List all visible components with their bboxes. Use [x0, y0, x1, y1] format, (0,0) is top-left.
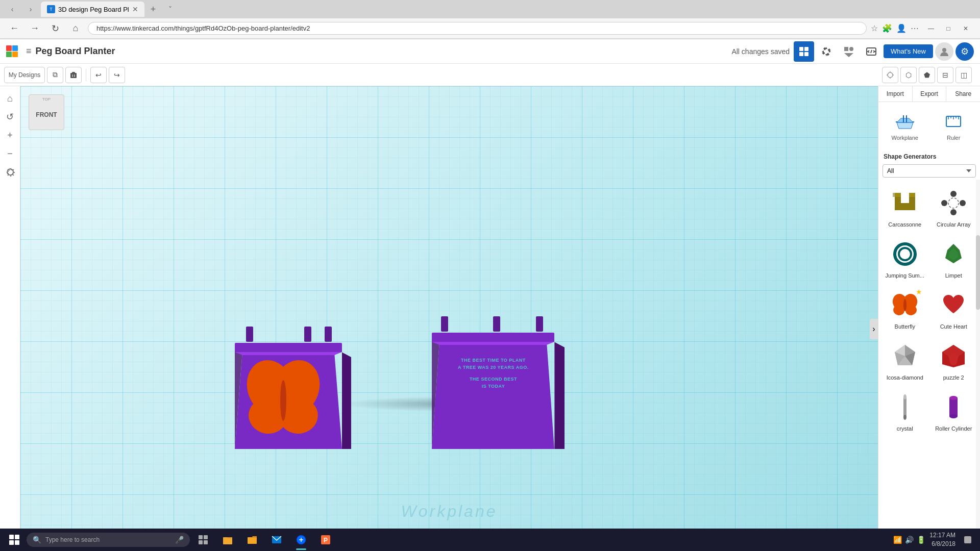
- logo-cell-t: [6, 45, 12, 51]
- taskbar-mail[interactable]: [265, 529, 288, 551]
- home-view-button[interactable]: ⌂: [2, 90, 18, 107]
- fit-all-button[interactable]: [2, 164, 18, 180]
- start-button[interactable]: [4, 530, 24, 550]
- svg-point-74: [903, 415, 906, 420]
- maximize-button[interactable]: □: [940, 20, 957, 37]
- shape-cute-heart[interactable]: Cute Heart: [929, 284, 978, 335]
- roller-cylinder-label: Roller Cylinder: [935, 425, 972, 432]
- undo-button[interactable]: ↩: [90, 67, 107, 83]
- logo-cell-k: [12, 52, 18, 57]
- light-button[interactable]: [882, 67, 898, 83]
- orbit-button[interactable]: ↺: [2, 109, 18, 125]
- taskbar-folder[interactable]: [241, 529, 263, 551]
- workplane-tool[interactable]: Workplane: [883, 106, 927, 145]
- tab-forward-nav[interactable]: ›: [22, 1, 39, 17]
- notification-button[interactable]: [960, 532, 976, 548]
- save-status: All changes saved: [731, 47, 790, 56]
- svg-rect-89: [964, 536, 971, 543]
- tab-close-button[interactable]: ✕: [132, 5, 138, 13]
- tab-back-nav[interactable]: ‹: [4, 1, 20, 17]
- menu-icon[interactable]: ⋯: [911, 23, 919, 33]
- right-planter[interactable]: THE BEST TIME TO PLANT A TREE WAS 20 YEA…: [432, 342, 554, 449]
- code-blocks-button[interactable]: [861, 41, 881, 62]
- tab-title: 3D design Peg Board Pl: [58, 6, 129, 13]
- redo-button[interactable]: ↪: [109, 67, 125, 83]
- battery-icon[interactable]: 🔋: [917, 536, 925, 544]
- profile-icon[interactable]: 👤: [896, 23, 906, 33]
- volume-icon[interactable]: 🔊: [905, 536, 914, 544]
- shape-jumping-sum[interactable]: Jumping Sum...: [880, 233, 929, 284]
- solid-view-button[interactable]: ⬡: [900, 67, 917, 83]
- transform-button[interactable]: [816, 41, 837, 62]
- shape-puzzle2[interactable]: puzzle 2: [929, 335, 978, 386]
- export-button[interactable]: Export: [913, 86, 947, 102]
- canvas-area[interactable]: TOP FRONT: [20, 86, 878, 551]
- shape-circular-array[interactable]: Circular Array: [929, 182, 978, 233]
- panel-collapse-button[interactable]: ›: [870, 319, 878, 339]
- peg-left-1: [246, 327, 253, 342]
- svg-rect-81: [204, 540, 208, 544]
- task-view-button[interactable]: [192, 529, 214, 551]
- taskbar-browser[interactable]: [290, 529, 312, 551]
- shape-roller-cylinder[interactable]: Roller Cylinder: [929, 386, 978, 437]
- crystal-icon: [889, 391, 921, 423]
- settings-button[interactable]: ⚙: [955, 42, 974, 61]
- align-button[interactable]: ⊟: [937, 67, 953, 83]
- shape-butterfly[interactable]: ★ Butterfly: [880, 284, 929, 335]
- minimize-button[interactable]: —: [923, 20, 939, 37]
- my-designs-button[interactable]: My Designs: [4, 67, 45, 83]
- design-title[interactable]: Peg Board Planter: [36, 46, 115, 57]
- address-bar-icons: ☆ 🧩 👤 ⋯: [871, 23, 919, 33]
- zoom-in-button[interactable]: +: [2, 127, 18, 143]
- close-browser-button[interactable]: ✕: [958, 20, 974, 37]
- delete-button[interactable]: [65, 67, 82, 83]
- shapes-panel-button[interactable]: [839, 41, 859, 62]
- tinkercad-logo[interactable]: [6, 45, 18, 57]
- active-tab[interactable]: T 3D design Peg Board Pl ✕: [41, 2, 144, 17]
- network-icon[interactable]: 📶: [893, 536, 902, 544]
- shape-grid: Carcassonne C: [878, 180, 980, 439]
- import-button[interactable]: Import: [878, 86, 913, 102]
- design-menu-icon[interactable]: ≡: [26, 46, 32, 57]
- wireframe-button[interactable]: ⬟: [919, 67, 935, 83]
- scroll-thumb[interactable]: [976, 235, 980, 310]
- home-button[interactable]: ⌂: [67, 20, 84, 37]
- refresh-button[interactable]: ↻: [47, 20, 63, 37]
- taskbar-search-placeholder: Type here to search: [45, 536, 171, 543]
- taskbar-search-icon: 🔍: [33, 536, 41, 544]
- taskbar-clock[interactable]: 12:17 AM 6/8/2018: [929, 531, 955, 548]
- tab-favicon: T: [47, 5, 55, 13]
- address-bar-input[interactable]: [88, 22, 867, 35]
- svg-rect-44: [909, 196, 915, 210]
- taskbar-mic-icon[interactable]: 🎤: [175, 536, 184, 544]
- grid-view-button[interactable]: [794, 41, 814, 62]
- user-profile-button[interactable]: [935, 42, 953, 61]
- zoom-out-button[interactable]: −: [2, 145, 18, 162]
- duplicate-button[interactable]: ⧉: [47, 67, 63, 83]
- limpet-icon: [937, 238, 970, 270]
- tab-list-button[interactable]: ˅: [162, 1, 178, 17]
- back-button[interactable]: ←: [6, 20, 22, 37]
- shape-crystal[interactable]: crystal: [880, 386, 929, 437]
- taskbar-search-bar[interactable]: 🔍 Type here to search 🎤: [27, 533, 190, 547]
- planter-text: THE BEST TIME TO PLANT A TREE WAS 20 YEA…: [439, 357, 547, 390]
- forward-button[interactable]: →: [27, 20, 43, 37]
- ruler-tool[interactable]: Ruler: [932, 106, 976, 145]
- scroll-track[interactable]: [976, 180, 980, 551]
- shape-generators-filter[interactable]: All: [883, 164, 976, 178]
- mirror-button[interactable]: ◫: [955, 67, 972, 83]
- extensions-icon[interactable]: 🧩: [882, 23, 892, 33]
- left-planter[interactable]: [235, 352, 342, 449]
- shape-limpet[interactable]: Limpet: [929, 233, 978, 284]
- whats-new-button[interactable]: What's New: [884, 44, 933, 58]
- taskbar-file-explorer[interactable]: [216, 529, 239, 551]
- workplane-icon: [894, 110, 916, 133]
- shape-icosa-diamond[interactable]: Icosa-diamond: [880, 335, 929, 386]
- new-tab-button[interactable]: +: [146, 4, 160, 15]
- svg-point-28: [280, 380, 286, 421]
- bookmark-icon[interactable]: ☆: [871, 23, 878, 33]
- svg-point-13: [888, 72, 893, 78]
- shape-carcassonne[interactable]: Carcassonne: [880, 182, 929, 233]
- share-button[interactable]: Share: [946, 86, 980, 102]
- taskbar-app-6[interactable]: P: [314, 529, 337, 551]
